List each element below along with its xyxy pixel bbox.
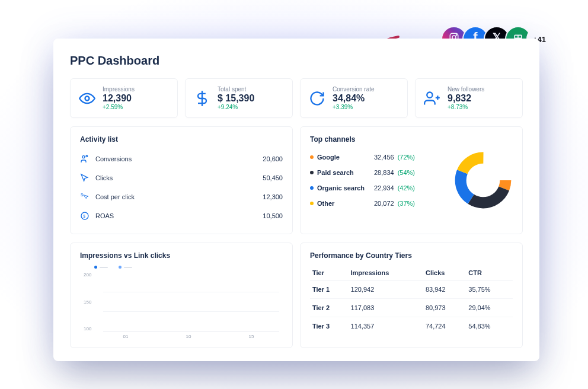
roas-icon: $	[80, 211, 90, 221]
kpi-value: $ 15,390	[218, 93, 254, 104]
conversions-icon	[80, 154, 90, 164]
y-tick: 200	[84, 272, 91, 278]
list-item: Google 32,456 (72%)	[310, 149, 445, 165]
th-impressions: Impressions	[349, 266, 423, 280]
channel-name: Organic search	[317, 184, 370, 192]
kpi-delta: +3.39%	[333, 104, 375, 110]
activity-value: 12,300	[263, 193, 283, 200]
th-ctr: CTR	[466, 266, 513, 280]
activity-label: Cost per click	[95, 193, 135, 200]
svg-text:$: $	[83, 214, 85, 218]
activity-value: 10,500	[263, 212, 283, 219]
kpi-label: New followers	[448, 86, 484, 93]
table-row: Conversions 20,600	[80, 149, 283, 168]
impressions-title: Impressions vs Link clicks	[80, 251, 283, 260]
activity-label: Conversions	[95, 155, 132, 162]
dollar-icon	[194, 90, 210, 107]
performance-title: Performance by Country Tiers	[310, 251, 513, 260]
list-item: Other 20,072 (37%)	[310, 196, 445, 211]
cursor-icon	[80, 173, 90, 183]
list-item: Paid search 28,834 (54%)	[310, 165, 445, 180]
channel-pct: (54%)	[398, 169, 415, 176]
activity-value: 20,600	[263, 155, 283, 162]
th-clicks: Clicks	[423, 266, 466, 280]
channels-panel: Top channels Google 32,456 (72%) Paid se…	[300, 126, 523, 234]
channel-value: 22,934	[374, 184, 394, 192]
kpi-value: 9,832	[448, 93, 484, 104]
activity-title: Activity list	[80, 135, 283, 144]
kpi-delta: +9.24%	[218, 104, 254, 110]
list-item: Organic search 22,934 (42%)	[310, 180, 445, 196]
refresh-icon	[309, 90, 325, 107]
kpi-label: Impressions	[103, 86, 135, 93]
svg-point-2	[456, 34, 457, 36]
cost-icon: $	[80, 192, 90, 202]
table-row: Tier 2 117,083 80,973 29,04%	[310, 299, 513, 317]
table-row: $ Cost per click 12,300	[80, 187, 283, 206]
x-label: 15	[249, 334, 254, 339]
y-tick: 150	[84, 299, 91, 305]
dot-icon	[310, 202, 314, 205]
impressions-chart-panel: Impressions vs Link clicks 200 150 100 0	[70, 243, 293, 348]
channel-name: Google	[317, 154, 370, 161]
channel-pct: (72%)	[398, 154, 415, 161]
th-tier: Tier	[310, 266, 349, 280]
y-tick: 100	[84, 326, 91, 331]
svg-point-7	[85, 96, 90, 100]
dot-icon	[310, 186, 314, 190]
kpi-label: Conversion rate	[333, 86, 375, 93]
svg-point-13	[86, 155, 88, 157]
channels-title: Top channels	[310, 135, 513, 144]
dot-icon	[310, 171, 314, 174]
activity-label: ROAS	[95, 212, 114, 219]
svg-point-9	[427, 92, 432, 97]
channel-value: 28,834	[374, 169, 394, 176]
performance-table: Tier Impressions Clicks CTR Tier 1 120,9…	[310, 266, 513, 335]
kpi-delta: +8.73%	[448, 104, 484, 110]
table-row: Tier 3 114,357 74,724 54,83%	[310, 317, 513, 336]
bar-chart: 200 150 100	[80, 272, 283, 331]
channel-name: Other	[317, 200, 370, 207]
dashboard: PPC Dashboard Impressions 12,390 +2.59% …	[53, 39, 539, 361]
activity-label: Clicks	[95, 174, 113, 181]
kpi-value: 12,390	[103, 93, 135, 104]
activity-value: 50,450	[263, 174, 283, 181]
dot-icon	[310, 155, 314, 159]
donut-chart	[453, 151, 513, 210]
page-title: PPC Dashboard	[70, 54, 523, 68]
table-row: $ ROAS 10,500	[80, 206, 283, 225]
channel-pct: (42%)	[398, 184, 415, 192]
table-row: Clicks 50,450	[80, 168, 283, 187]
channel-name: Paid search	[317, 169, 370, 176]
performance-panel: Performance by Country Tiers Tier Impres…	[300, 243, 523, 348]
kpi-followers[interactable]: New followers 9,832 +8.73%	[415, 78, 523, 118]
kpi-value: 34,84%	[333, 93, 375, 104]
kpi-impressions[interactable]: Impressions 12,390 +2.59%	[70, 78, 178, 118]
channel-pct: (37%)	[398, 200, 415, 207]
channel-value: 20,072	[374, 200, 394, 207]
x-label: 10	[186, 334, 191, 339]
activity-panel: Activity list Conversions 20,600 Clicks …	[70, 126, 293, 234]
table-row: Tier 1 120,942 83,942 35,75%	[310, 280, 513, 299]
kpi-delta: +2.59%	[103, 104, 135, 110]
kpi-conversion[interactable]: Conversion rate 34,84% +3.39%	[300, 78, 408, 118]
user-plus-icon	[424, 90, 440, 107]
kpi-row: Impressions 12,390 +2.59% Total spent $ …	[70, 78, 523, 118]
svg-point-12	[82, 156, 85, 158]
chart-legend	[80, 266, 283, 269]
kpi-total-spent[interactable]: Total spent $ 15,390 +9.24%	[185, 78, 293, 118]
eye-icon	[79, 90, 95, 107]
channels-list: Google 32,456 (72%) Paid search 28,834 (…	[310, 149, 445, 211]
channel-value: 32,456	[374, 154, 394, 161]
x-label: 01	[123, 334, 129, 339]
kpi-label: Total spent	[218, 86, 254, 93]
